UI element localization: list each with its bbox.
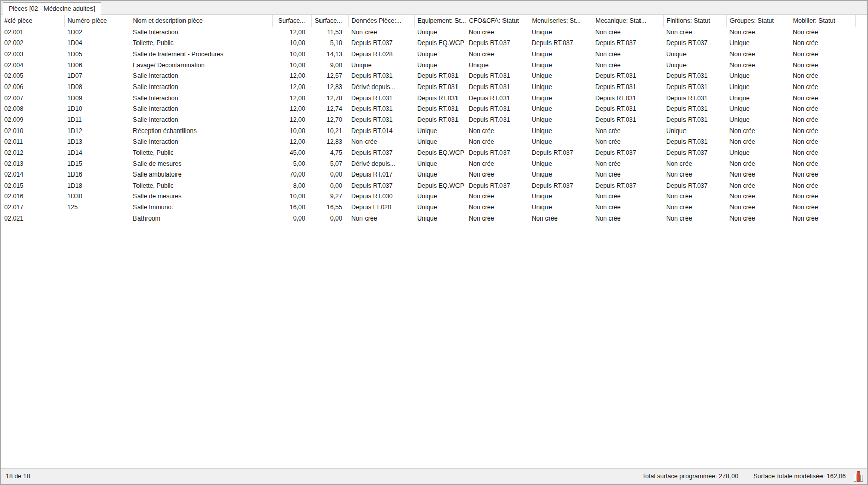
cell-numero-piece: 1D10 xyxy=(64,103,130,114)
cell-finitions: Non crée xyxy=(663,158,726,169)
cell-surface-mod: 4,75 xyxy=(311,147,348,158)
cell-numero-piece: 1D04 xyxy=(64,38,130,49)
cell-mobilier: Non crée xyxy=(790,49,855,60)
cell-surface-mod: 0,00 xyxy=(311,169,348,180)
cell-cle-piece: 02.009 xyxy=(1,114,64,125)
cell-numero-piece: 1D02 xyxy=(64,27,130,38)
column-header-groupes[interactable]: Groupes: Statut xyxy=(726,15,790,27)
cell-groupes: Non crée xyxy=(726,213,790,224)
table-row[interactable]: 02.0071D09Salle Interaction12,0012,78Dep… xyxy=(1,93,855,104)
column-header-mobilier[interactable]: Mobilier: Statut xyxy=(790,15,855,27)
cell-nom-description: Salle de mesures xyxy=(130,158,272,169)
cell-menuiseries: Unique xyxy=(529,158,592,169)
column-header-numero-piece[interactable]: Numéro pièce xyxy=(64,15,130,27)
cell-mobilier: Non crée xyxy=(790,103,855,114)
cell-mecanique: Depuis RT.037 xyxy=(592,38,663,49)
cell-donnees-piece: Depuis RT.031 xyxy=(348,103,414,114)
tab-bar: Pièces [02 - Médecine adultes] xyxy=(1,1,867,15)
column-header-equipement[interactable]: Equipement: St... xyxy=(414,15,466,27)
cell-mobilier: Non crée xyxy=(790,213,855,224)
cell-finitions: Depuis RT.031 xyxy=(663,103,726,114)
column-header-cle-piece[interactable]: #clé pièce xyxy=(1,15,64,27)
cell-finitions: Depuis RT.031 xyxy=(663,71,726,82)
cell-groupes: Non crée xyxy=(726,125,790,137)
table-row[interactable]: 02.021Bathroom0,000,00Non créeUniqueNon … xyxy=(1,213,855,224)
table-row[interactable]: 02.0091D11Salle Interaction12,0012,70Dep… xyxy=(1,114,855,125)
cell-surface-prog: 12,00 xyxy=(272,71,311,82)
table-row[interactable]: 02.0021D04Toilette, Public10,005,10Depui… xyxy=(1,38,855,49)
cell-donnees-piece: Depuis RT.037 xyxy=(348,180,414,191)
cell-groupes: Non crée xyxy=(726,180,790,191)
table-row[interactable]: 02.0121D14Toilette, Public45,004,75Depui… xyxy=(1,147,855,158)
cell-equipement: Unique xyxy=(414,60,466,71)
cell-surface-mod: 12,78 xyxy=(311,93,348,104)
column-header-donnees-piece[interactable]: Données Pièce:... xyxy=(348,15,414,27)
cell-numero-piece: 1D08 xyxy=(64,81,130,93)
cell-cfo-cfa: Unique xyxy=(466,60,529,71)
cell-surface-mod: 12,74 xyxy=(311,103,348,114)
cell-surface-prog: 45,00 xyxy=(272,147,311,158)
column-header-mecanique[interactable]: Mecanique: Stat... xyxy=(592,15,663,27)
cell-mecanique: Depuis RT.031 xyxy=(592,114,663,125)
table-row[interactable]: 02.0011D02Salle Interaction12,0011,53Non… xyxy=(1,27,855,38)
cell-mobilier: Non crée xyxy=(790,71,855,82)
cell-finitions: Unique xyxy=(663,125,726,137)
table-row[interactable]: 02.0051D07Salle Interaction12,0012,57Dep… xyxy=(1,71,855,82)
cell-surface-prog: 10,00 xyxy=(272,38,311,49)
table-row[interactable]: 02.0041D06Lavage/ Decontamination10,009,… xyxy=(1,60,855,71)
table-row[interactable]: 02.0081D10Salle Interaction12,0012,74Dep… xyxy=(1,103,855,114)
table-row[interactable]: 02.0031D05Salle de traitement - Procedur… xyxy=(1,49,855,60)
table-row[interactable]: 02.0161D30Salle de mesures10,009,27Depui… xyxy=(1,191,855,202)
cell-surface-prog: 12,00 xyxy=(272,93,311,104)
cell-mobilier: Non crée xyxy=(790,136,855,147)
cell-surface-prog: 12,00 xyxy=(272,103,311,114)
bar-chart-icon[interactable] xyxy=(853,470,864,483)
table-row[interactable]: 02.0061D08Salle Interaction12,0012,83Dér… xyxy=(1,81,855,93)
cell-donnees-piece: Depuis RT.017 xyxy=(348,169,414,180)
cell-finitions: Non crée xyxy=(663,27,726,38)
column-header-nom-description[interactable]: Nom et description pièce xyxy=(130,15,272,27)
column-header-finitions[interactable]: Finitions: Statut xyxy=(663,15,726,27)
column-header-surface-prog[interactable]: Surface... xyxy=(272,15,311,27)
table-row[interactable]: 02.0111D13Salle Interaction12,0012,83Non… xyxy=(1,136,855,147)
cell-groupes: Non crée xyxy=(726,136,790,147)
cell-surface-mod: 12,83 xyxy=(311,81,348,93)
cell-equipement: Unique xyxy=(414,213,466,224)
cell-cle-piece: 02.005 xyxy=(1,71,64,82)
cell-menuiseries: Unique xyxy=(529,125,592,137)
cell-cle-piece: 02.011 xyxy=(1,136,64,147)
cell-numero-piece: 1D18 xyxy=(64,180,130,191)
cell-cfo-cfa: Depuis RT.037 xyxy=(466,38,529,49)
column-header-surface-mod[interactable]: Surface... xyxy=(311,15,348,27)
cell-equipement: Unique xyxy=(414,158,466,169)
tab-pieces[interactable]: Pièces [02 - Médecine adultes] xyxy=(3,2,101,15)
cell-groupes: Non crée xyxy=(726,60,790,71)
cell-groupes: Unique xyxy=(726,71,790,82)
cell-surface-prog: 10,00 xyxy=(272,191,311,202)
rooms-table-area: #clé pièceNuméro pièceNom et description… xyxy=(1,15,867,468)
cell-surface-prog: 10,00 xyxy=(272,125,311,137)
cell-surface-prog: 12,00 xyxy=(272,136,311,147)
cell-mecanique: Non crée xyxy=(592,158,663,169)
cell-surface-prog: 12,00 xyxy=(272,114,311,125)
table-row[interactable]: 02.0141D16Salle ambulatoire70,000,00Depu… xyxy=(1,169,855,180)
tab-pieces-label: Pièces [02 - Médecine adultes] xyxy=(9,5,95,12)
cell-groupes: Non crée xyxy=(726,202,790,213)
table-row[interactable]: 02.0131D15Salle de mesures5,005,07Dérivé… xyxy=(1,158,855,169)
cell-surface-mod: 12,83 xyxy=(311,136,348,147)
column-header-cfo-cfa[interactable]: CFO&CFA: Statut xyxy=(466,15,529,27)
cell-nom-description: Salle Immuno. xyxy=(130,202,272,213)
table-header: #clé pièceNuméro pièceNom et description… xyxy=(1,15,855,27)
cell-cfo-cfa: Non crée xyxy=(466,158,529,169)
cell-nom-description: Salle Interaction xyxy=(130,114,272,125)
table-row[interactable]: 02.0101D12Réception échantillons10,0010,… xyxy=(1,125,855,137)
cell-mecanique: Non crée xyxy=(592,213,663,224)
column-header-menuiseries[interactable]: Menuiseries: St... xyxy=(529,15,592,27)
cell-numero-piece: 1D16 xyxy=(64,169,130,180)
cell-surface-mod: 9,00 xyxy=(311,60,348,71)
cell-cle-piece: 02.021 xyxy=(1,213,64,224)
table-row[interactable]: 02.0151D18Toilette, Public8,000,00Depuis… xyxy=(1,180,855,191)
cell-mobilier: Non crée xyxy=(790,191,855,202)
table-row[interactable]: 02.017125Salle Immuno.16,0016,55Depuis L… xyxy=(1,202,855,213)
cell-finitions: Depuis RT.031 xyxy=(663,81,726,93)
